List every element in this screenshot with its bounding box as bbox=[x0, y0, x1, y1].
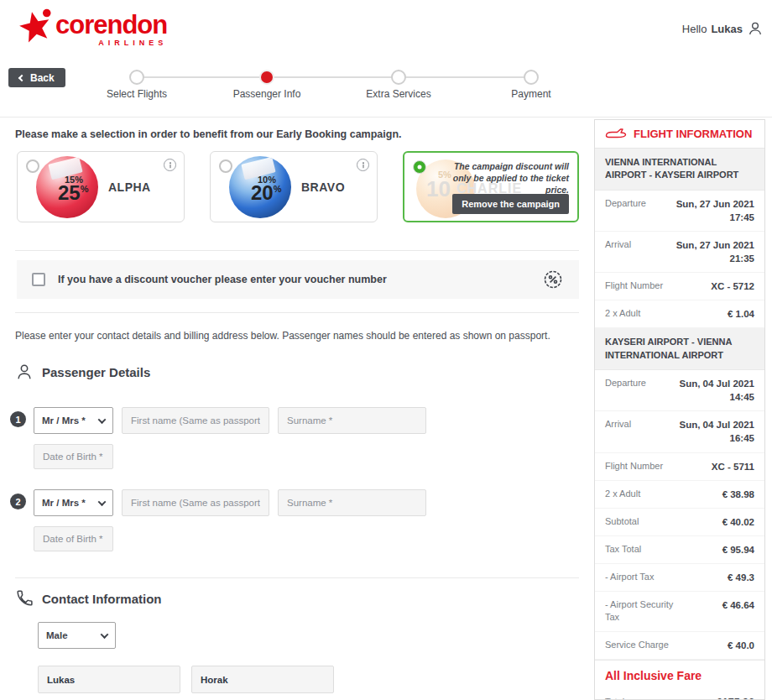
passenger-1-title-select[interactable]: Mr / Mrs * bbox=[34, 407, 113, 434]
step-circle-extra-services[interactable] bbox=[391, 70, 406, 85]
passenger-1-number: 1 bbox=[10, 411, 26, 427]
charlie-discount-note: The campaign discount will only be appli… bbox=[441, 160, 569, 196]
step-label-extra-services: Extra Services bbox=[366, 88, 430, 100]
voucher-bar: If you have a discount voucher please en… bbox=[17, 260, 579, 299]
flight-detail-row: Departure Sun, 27 Jun 2021 17:45 bbox=[595, 191, 764, 232]
user-name: Lukas bbox=[711, 23, 743, 35]
alpha-card-name: ALPHA bbox=[108, 180, 151, 194]
info-icon[interactable] bbox=[357, 159, 369, 171]
contact-gender-select[interactable]: Male bbox=[38, 622, 116, 649]
corendon-logo[interactable]: corendon AIRLINES bbox=[17, 7, 167, 49]
all-inclusive-fare-title: All Inclusive Fare bbox=[595, 660, 764, 689]
remove-campaign-button[interactable]: Remove the campaign bbox=[452, 194, 569, 214]
brand-name: corendon bbox=[55, 12, 167, 38]
chevron-down-icon bbox=[101, 630, 109, 639]
contact-information-heading: Contact Information bbox=[15, 589, 162, 608]
flight-detail-row: Arrival Sun, 04 Jul 2021 16:45 bbox=[595, 411, 764, 452]
voucher-checkbox[interactable] bbox=[32, 273, 45, 286]
chevron-down-icon bbox=[98, 498, 107, 506]
step-label-select-flights: Select Flights bbox=[107, 88, 167, 100]
airplane-icon bbox=[605, 128, 627, 140]
step-circle-passenger-info[interactable] bbox=[259, 70, 274, 85]
passenger-1-surname-input[interactable] bbox=[278, 407, 426, 434]
back-button[interactable]: Back bbox=[8, 68, 65, 87]
passenger-2-number: 2 bbox=[10, 494, 26, 509]
step-circle-select-flights[interactable] bbox=[129, 70, 144, 85]
flight-detail-row: 2 x Adult € 1.04 bbox=[595, 300, 764, 328]
stepper-track bbox=[137, 76, 531, 78]
divider bbox=[15, 312, 579, 313]
divider bbox=[15, 250, 579, 251]
divider bbox=[15, 577, 579, 578]
contact-information-title: Contact Information bbox=[42, 592, 162, 606]
alpha-gift-image: 15% 25% bbox=[36, 156, 98, 218]
user-icon bbox=[747, 20, 764, 37]
passenger-2-surname-input[interactable] bbox=[278, 489, 426, 516]
flight-information-header: FLIGHT INFORMATION bbox=[595, 120, 764, 149]
flight-information-panel: FLIGHT INFORMATION VIENNA INTERNATIONAL … bbox=[594, 119, 765, 700]
person-icon bbox=[15, 363, 34, 381]
passenger-1-first-name-input[interactable] bbox=[122, 407, 269, 434]
campaign-card-alpha[interactable]: 15% 25% ALPHA bbox=[17, 151, 185, 222]
flight-detail-row: Arrival Sun, 27 Jun 2021 21:35 bbox=[595, 232, 764, 273]
phone-icon bbox=[15, 589, 34, 608]
campaign-intro: Please make a selection in order to bene… bbox=[15, 128, 402, 140]
greeting-text: Hello bbox=[682, 23, 707, 35]
airport-security-tax-row: - Airport Security Tax € 46.64 bbox=[595, 592, 764, 632]
header-divider bbox=[0, 117, 772, 118]
route-header-return: KAYSERI AIRPORT - VIENNA INTERNATIONAL A… bbox=[595, 328, 764, 370]
contact-instructions: Please enter your contact details and bi… bbox=[15, 330, 550, 342]
subtotal-row: Subtotal € 40.02 bbox=[595, 509, 764, 536]
radio-alpha[interactable] bbox=[26, 159, 39, 173]
flight-detail-row: Flight Number XC - 5712 bbox=[595, 273, 764, 300]
voucher-label: If you have a discount voucher please en… bbox=[58, 274, 387, 285]
total-row: Total €175.96 bbox=[595, 689, 764, 700]
passenger-details-heading: Passenger Details bbox=[15, 363, 150, 381]
back-label: Back bbox=[30, 72, 55, 84]
passenger-1-dob-input[interactable] bbox=[34, 444, 113, 469]
alpha-big-percent: 25 bbox=[58, 181, 81, 204]
campaign-card-charlie[interactable]: 5% 10 CHARLIE The campaign discount will… bbox=[403, 151, 579, 222]
tax-total-row: Tax Total € 95.94 bbox=[595, 536, 764, 564]
passenger-details-title: Passenger Details bbox=[42, 365, 150, 379]
flight-detail-row: Flight Number XC - 5711 bbox=[595, 453, 764, 481]
chevron-down-icon bbox=[98, 415, 107, 424]
radio-charlie-selected[interactable] bbox=[413, 160, 426, 174]
passenger-2-title-select[interactable]: Mr / Mrs * bbox=[34, 489, 113, 516]
service-charge-row: Service Charge € 40.0 bbox=[595, 632, 764, 660]
contact-last-name-input[interactable] bbox=[191, 666, 334, 693]
flight-detail-row: 2 x Adult € 38.98 bbox=[595, 481, 764, 509]
campaign-card-bravo[interactable]: 10% 20% BRAVO bbox=[210, 151, 378, 222]
back-chevron-icon bbox=[18, 74, 25, 81]
bravo-card-name: BRAVO bbox=[301, 180, 345, 194]
bravo-big-percent: 20 bbox=[251, 181, 274, 204]
route-header-outbound: VIENNA INTERNATIONAL AIRPORT - KAYSERI A… bbox=[595, 149, 764, 191]
bravo-gift-image: 10% 20% bbox=[229, 156, 291, 218]
step-circle-payment[interactable] bbox=[524, 70, 539, 85]
star-logo-icon bbox=[17, 7, 54, 49]
radio-bravo[interactable] bbox=[219, 159, 232, 173]
discount-badge-icon bbox=[542, 269, 564, 290]
flight-detail-row: Departure Sun, 04 Jul 2021 14:45 bbox=[595, 370, 764, 411]
passenger-2-dob-input[interactable] bbox=[34, 526, 113, 551]
flight-information-title: FLIGHT INFORMATION bbox=[634, 128, 752, 140]
step-label-passenger-info: Passenger Info bbox=[233, 88, 301, 100]
contact-first-name-input[interactable] bbox=[38, 666, 180, 693]
passenger-2-first-name-input[interactable] bbox=[122, 489, 269, 516]
info-icon[interactable] bbox=[164, 159, 176, 171]
airport-tax-row: - Airport Tax € 49.3 bbox=[595, 564, 764, 592]
brand-subtitle: AIRLINES bbox=[55, 39, 167, 47]
step-label-payment: Payment bbox=[511, 88, 550, 100]
booking-page: corendon AIRLINES Hello Lukas Back Selec… bbox=[0, 0, 772, 700]
user-greeting[interactable]: Hello Lukas bbox=[682, 20, 764, 37]
